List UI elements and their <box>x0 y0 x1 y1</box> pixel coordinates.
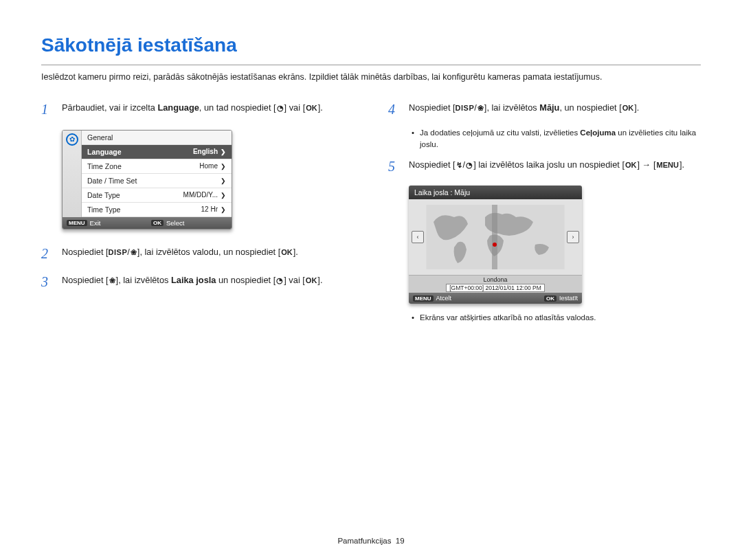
divider <box>41 65 701 65</box>
step-5: 5 Nospiediet [↯/◔] lai izvēlētos laika j… <box>388 156 701 177</box>
timezone-screenshot: Laika josla : Māju ‹ <box>409 186 582 304</box>
step-5-bullet: • Ekrāns var atšķirties atkarībā no atla… <box>388 312 701 324</box>
step-number: 3 <box>41 271 52 293</box>
settings-row-datetype: Date Type MM/DD/Y...❯ <box>82 188 232 203</box>
step-number: 4 <box>388 99 399 120</box>
step-number: 1 <box>41 99 52 120</box>
ok-icon: OK <box>625 161 638 169</box>
chevron-right-icon: ❯ <box>221 148 226 155</box>
ok-icon: OK <box>305 104 318 112</box>
map-prev-arrow: ‹ <box>412 231 424 243</box>
ok-icon: OK <box>622 104 635 112</box>
left-column: 1 Pārbaudiet, vai ir izcelta Language, u… <box>41 99 354 330</box>
chevron-right-icon: ❯ <box>221 163 226 170</box>
right-column: 4 Nospiediet [DISP/❀], lai izvēlētos Māj… <box>388 99 701 330</box>
settings-row-timezone: Time Zone Home❯ <box>82 159 232 174</box>
settings-row-language: Language English❯ <box>82 145 232 159</box>
map-next-arrow: › <box>567 231 579 243</box>
menu-button-icon: MENU <box>413 295 434 302</box>
settings-row-timetype: Time Type 12 Hr❯ <box>82 203 232 217</box>
page-title: Sākotnējā iestatīšana <box>41 34 701 56</box>
menu-button-icon: MENU <box>67 220 87 226</box>
chevron-right-icon: ❯ <box>221 177 226 184</box>
settings-sidebar: ✿ <box>63 131 82 217</box>
page-footer: Pamatfunkcijas 19 <box>0 537 742 545</box>
step-number: 5 <box>388 156 399 177</box>
ok-button-icon: OK <box>151 220 164 226</box>
step-4-bullet: • Ja dodaties ceļojumā uz citu valsti, i… <box>388 127 701 151</box>
ok-icon: OK <box>280 248 293 256</box>
map-caption: Londona [GMT+00:00] 2012/01/01 12:00 PM <box>409 275 582 293</box>
menu-icon: MENU <box>656 161 679 169</box>
step-1: 1 Pārbaudiet, vai ir izcelta Language, u… <box>41 99 354 120</box>
flower-icon: ❀ <box>477 104 484 112</box>
flower-icon: ❀ <box>130 248 137 256</box>
map-header: Laika josla : Māju <box>409 186 582 199</box>
timer-icon: ◔ <box>465 161 473 169</box>
map-footer: MENUAtcelt OKIestatīt <box>409 293 582 304</box>
step-4: 4 Nospiediet [DISP/❀], lai izvēlētos Māj… <box>388 99 701 120</box>
settings-screenshot: ✿ General Language English❯ Time Zone Ho… <box>62 130 232 229</box>
gear-icon: ✿ <box>66 133 78 146</box>
svg-point-2 <box>493 243 497 247</box>
timer-icon: ◔ <box>276 276 284 284</box>
step-number: 2 <box>41 243 52 265</box>
step-text: Nospiediet [DISP/❀], lai izvēlētos valod… <box>62 243 298 259</box>
flower-icon: ❀ <box>109 276 116 284</box>
flash-icon: ↯ <box>456 161 463 169</box>
step-text: Nospiediet [↯/◔] lai izvēlētos laika jos… <box>409 156 684 172</box>
world-map <box>426 205 565 269</box>
svg-rect-1 <box>492 205 497 269</box>
settings-row-datetime: Date / Time Set ❯ <box>82 174 232 188</box>
step-text: Nospiediet [DISP/❀], lai izvēlētos Māju,… <box>409 99 639 115</box>
chevron-right-icon: ❯ <box>221 206 226 213</box>
step-2: 2 Nospiediet [DISP/❀], lai izvēlētos val… <box>41 243 354 265</box>
ok-icon: OK <box>305 276 318 284</box>
ok-button-icon: OK <box>544 295 556 302</box>
disp-icon: DISP <box>109 248 128 256</box>
settings-footer: MENUExit OKSelect <box>63 217 232 229</box>
intro-text: Ieslēdzot kameru pirmo reizi, parādās sā… <box>41 71 701 84</box>
settings-header: General <box>82 131 232 145</box>
disp-icon: DISP <box>456 104 475 112</box>
chevron-right-icon: ❯ <box>221 192 226 199</box>
step-3: 3 Nospiediet [❀], lai izvēlētos Laika jo… <box>41 271 354 293</box>
timer-icon: ◔ <box>276 104 284 112</box>
step-text: Nospiediet [❀], lai izvēlētos Laika josl… <box>62 271 322 287</box>
step-text: Pārbaudiet, vai ir izcelta Language, un … <box>62 99 323 115</box>
